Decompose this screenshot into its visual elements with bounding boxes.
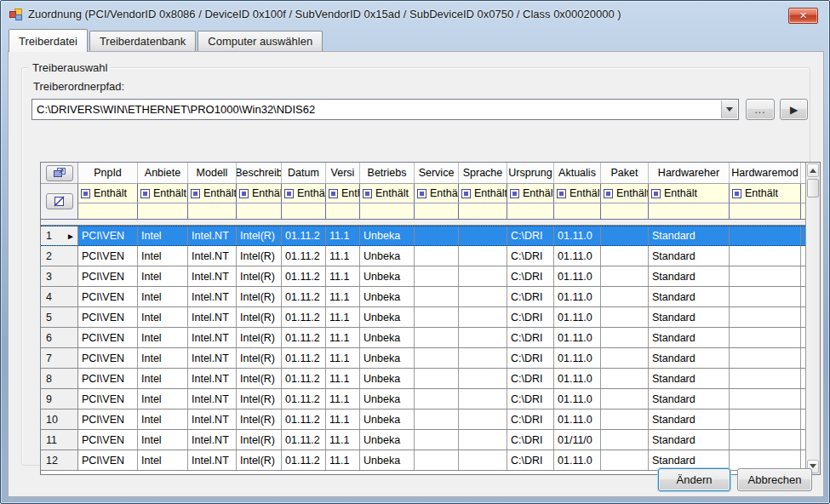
tab-computer-auswaehlen[interactable]: Computer auswählen	[197, 31, 323, 51]
column-header[interactable]: Aktualis	[554, 163, 601, 183]
table-row[interactable]: 5PCI\VENIntelIntel.NTIntel(R)01.11.211.1…	[41, 307, 805, 328]
cell[interactable]: Standard	[649, 246, 730, 266]
filter-operator-cell[interactable]: Enthält	[282, 184, 326, 203]
cell[interactable]: 01.11.2	[282, 389, 326, 409]
cell[interactable]	[459, 328, 507, 347]
cell[interactable]	[601, 348, 649, 368]
cell[interactable]: C:\DRI	[507, 246, 554, 266]
cell[interactable]: 11.1	[326, 328, 360, 347]
row-header[interactable]: 3	[41, 266, 78, 286]
cancel-button[interactable]: Abbrechen	[737, 468, 812, 491]
cell[interactable]: 01.11.2	[282, 328, 326, 347]
cell[interactable]: Intel(R)	[237, 430, 282, 450]
cell[interactable]	[459, 266, 507, 286]
cell[interactable]: 11.1	[326, 246, 360, 266]
cell[interactable]: 11.1	[326, 348, 360, 368]
cell[interactable]: 11.1	[326, 226, 360, 245]
row-header[interactable]: 9	[41, 389, 78, 409]
run-button[interactable]: ▶	[780, 99, 808, 120]
row-header[interactable]: 7	[41, 348, 78, 368]
cell[interactable]: PCI\VEN	[78, 430, 138, 450]
cell[interactable]: PCI\VEN	[78, 328, 138, 347]
cell[interactable]: PCI\VEN	[78, 266, 138, 286]
filter-operator-cell[interactable]: Enthält	[360, 184, 415, 203]
cell[interactable]	[601, 266, 649, 286]
cell[interactable]	[601, 389, 649, 409]
tab-treiberdatenbank[interactable]: Treiberdatenbank	[89, 31, 196, 51]
cell[interactable]: Intel.NT	[188, 287, 237, 306]
cell[interactable]: 01.11.0	[554, 328, 601, 347]
cell[interactable]: C:\DRI	[507, 369, 554, 388]
cell[interactable]: C:\DRI	[507, 266, 554, 286]
filter-input-cell[interactable]	[415, 203, 459, 219]
cell[interactable]	[415, 389, 459, 409]
filter-input-cell[interactable]	[730, 203, 801, 219]
cell[interactable]	[601, 307, 649, 327]
cell[interactable]	[601, 328, 649, 347]
filter-input-cell[interactable]	[138, 203, 188, 219]
cell[interactable]: Unbeka	[360, 410, 415, 429]
cell[interactable]: Unbeka	[360, 246, 415, 266]
cell[interactable]: PCI\VEN	[78, 307, 138, 327]
cell[interactable]: C:\DRI	[507, 410, 554, 429]
cell[interactable]: 01.11.0	[554, 266, 601, 286]
cell[interactable]: Unbeka	[360, 389, 415, 409]
filter-input-cell[interactable]	[282, 203, 326, 219]
cell[interactable]: Intel(R)	[237, 226, 282, 245]
cell[interactable]: Intel(R)	[237, 266, 282, 286]
row-header[interactable]: 6	[41, 328, 78, 347]
cell[interactable]: C:\DRI	[507, 348, 554, 368]
filter-input-cell[interactable]	[554, 203, 601, 219]
row-header[interactable]: 2	[41, 246, 78, 266]
cell[interactable]: PCI\VEN	[78, 389, 138, 409]
cell[interactable]: Unbeka	[360, 430, 415, 450]
cell[interactable]: Intel	[138, 287, 188, 306]
cell[interactable]: Intel	[138, 246, 188, 266]
cell[interactable]	[730, 266, 801, 286]
cell[interactable]: Unbeka	[360, 450, 415, 470]
cell[interactable]	[459, 410, 507, 429]
cell[interactable]: Unbeka	[360, 266, 415, 286]
cell[interactable]: 01.11.0	[554, 246, 601, 266]
filter-operator-cell[interactable]: Enthält	[326, 184, 360, 203]
cell[interactable]: Intel.NT	[188, 266, 237, 286]
cell[interactable]: Unbeka	[360, 287, 415, 306]
row-header[interactable]: 1►	[41, 226, 78, 245]
cell[interactable]: 01.11.0	[554, 389, 601, 409]
column-header[interactable]: Versi	[326, 163, 360, 183]
filter-input-cell[interactable]	[360, 203, 415, 219]
cell[interactable]: Intel	[138, 328, 188, 347]
row-header[interactable]: 11	[41, 430, 78, 450]
cell[interactable]: C:\DRI	[507, 450, 554, 470]
cell[interactable]: 01.11.2	[282, 410, 326, 429]
cell[interactable]: 11.1	[326, 369, 360, 388]
cell[interactable]: 11.1	[326, 430, 360, 450]
cell[interactable]: Intel.NT	[188, 328, 237, 347]
cell[interactable]	[459, 348, 507, 368]
cell[interactable]: PCI\VEN	[78, 348, 138, 368]
table-row[interactable]: 3PCI\VENIntelIntel.NTIntel(R)01.11.211.1…	[41, 266, 805, 287]
cell[interactable]	[415, 328, 459, 347]
cell[interactable]: 01.11.2	[282, 266, 326, 286]
cell[interactable]: 01.11.0	[554, 348, 601, 368]
cell[interactable]: Standard	[649, 410, 730, 429]
cell[interactable]: 01.11.2	[282, 287, 326, 306]
row-header[interactable]: 12	[41, 450, 78, 470]
column-header[interactable]: Beschreib	[237, 163, 282, 183]
cell[interactable]: Unbeka	[360, 226, 415, 245]
cell[interactable]: 11.1	[326, 307, 360, 327]
cell[interactable]: Intel.NT	[188, 348, 237, 368]
cell[interactable]: Intel(R)	[237, 246, 282, 266]
column-header[interactable]: Anbiete	[138, 163, 188, 183]
cell[interactable]: 11.1	[326, 410, 360, 429]
cell[interactable]: PCI\VEN	[78, 246, 138, 266]
cell[interactable]: Intel	[138, 348, 188, 368]
cell[interactable]: Intel(R)	[237, 410, 282, 429]
cell[interactable]	[730, 307, 801, 327]
cell[interactable]: C:\DRI	[507, 307, 554, 327]
cell[interactable]: 01.11.0	[554, 226, 601, 245]
cell[interactable]	[459, 246, 507, 266]
cell[interactable]	[730, 348, 801, 368]
cell[interactable]: 01.11.2	[282, 369, 326, 388]
column-header[interactable]: Sprache	[459, 163, 507, 183]
